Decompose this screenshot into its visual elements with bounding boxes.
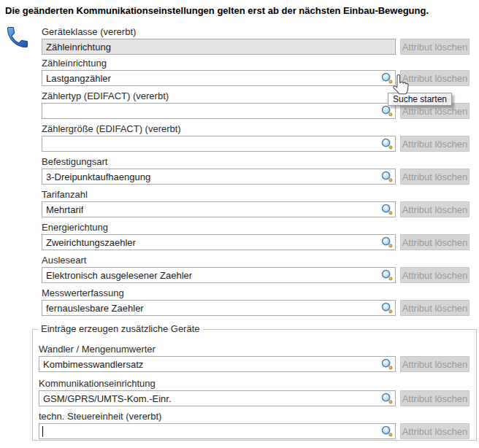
field-input[interactable]: fernauslesbare Zaehler: [42, 300, 396, 316]
search-icon[interactable]: [381, 358, 393, 370]
tooltip-suche-starten: Suche starten: [388, 93, 452, 106]
field-label: Ausleseart: [42, 255, 86, 266]
attribut-loeschen-button[interactable]: Attribut löschen: [400, 423, 470, 439]
search-icon[interactable]: [381, 105, 393, 117]
field-label: Tarifanzahl: [42, 189, 88, 200]
field-input[interactable]: [42, 103, 396, 119]
field-label: Zählertyp (EDIFACT) (vererbt): [42, 90, 169, 101]
field-value: 3-Dreipunktaufhaengung: [46, 171, 150, 182]
field-value: Zähleinrichtung: [46, 42, 111, 53]
search-icon[interactable]: [381, 302, 393, 314]
search-icon[interactable]: [381, 138, 393, 150]
field-label: Wandler / Mengenumwerter: [39, 344, 156, 355]
phone-icon: [4, 22, 31, 53]
notice-text: Die geänderten Kommunikationseinstellung…: [5, 5, 476, 16]
field-label: Befestigungsart: [42, 156, 107, 167]
field-label: Kommunikationseinrichtung: [39, 378, 156, 389]
field-value: fernauslesbare Zaehler: [46, 303, 144, 314]
field-label: Zähleinrichtung: [42, 58, 107, 69]
attribut-loeschen-button[interactable]: Attribut löschen: [400, 70, 470, 86]
search-icon[interactable]: [381, 72, 393, 84]
search-icon[interactable]: [381, 204, 393, 215]
field-label: Zählergröße (EDIFACT) (vererbt): [42, 123, 181, 134]
search-icon[interactable]: [381, 171, 393, 182]
field-input[interactable]: Lastgangzähler: [42, 70, 396, 86]
field-input[interactable]: [39, 423, 396, 439]
attribut-loeschen-button[interactable]: Attribut löschen: [400, 390, 470, 406]
search-icon[interactable]: [381, 269, 393, 281]
field-label: Messwerterfassung: [42, 287, 124, 298]
field-input[interactable]: [42, 136, 396, 152]
attribut-loeschen-button[interactable]: Attribut löschen: [400, 267, 470, 283]
communication-settings-form: Die geänderten Kommunikationseinstellung…: [0, 0, 479, 448]
attribut-loeschen-button[interactable]: Attribut löschen: [400, 39, 470, 55]
field-value: Mehrtarif: [46, 204, 83, 215]
search-icon[interactable]: [381, 425, 393, 437]
attribut-loeschen-button[interactable]: Attribut löschen: [400, 234, 470, 250]
field-input[interactable]: Zweirichtungszaehler: [42, 234, 396, 250]
search-icon[interactable]: [381, 393, 393, 404]
field-input[interactable]: 3-Dreipunktaufhaengung: [42, 169, 396, 185]
attribut-loeschen-button[interactable]: Attribut löschen: [400, 300, 470, 316]
field-value: Elektronisch ausgelesener Zaehler: [46, 270, 192, 281]
attribut-loeschen-button[interactable]: Attribut löschen: [400, 136, 470, 152]
field-value: Lastgangzähler: [46, 73, 111, 84]
field-input[interactable]: GSM/GPRS/UMTS-Kom.-Einr.: [39, 390, 396, 406]
field-value: Zweirichtungszaehler: [46, 237, 136, 248]
field-label: Energierichtung: [42, 222, 108, 233]
field-input[interactable]: Kombimesswandlersatz: [39, 356, 396, 372]
group-box-title: Einträge erzeugen zusätzliche Geräte: [38, 323, 203, 334]
field-label: Geräteklasse (vererbt): [42, 26, 136, 37]
attribut-loeschen-button[interactable]: Attribut löschen: [400, 169, 470, 185]
field-value: GSM/GPRS/UMTS-Kom.-Einr.: [43, 393, 172, 404]
field-value: Kombimesswandlersatz: [43, 359, 143, 370]
attribut-loeschen-button[interactable]: Attribut löschen: [400, 201, 470, 217]
field-input[interactable]: Zähleinrichtung: [42, 39, 396, 55]
field-input[interactable]: Mehrtarif: [42, 201, 396, 217]
search-icon[interactable]: [381, 236, 393, 248]
field-label: techn. Steuereinheit (vererbt): [39, 411, 161, 422]
attribut-loeschen-button[interactable]: Attribut löschen: [400, 356, 470, 372]
field-input[interactable]: Elektronisch ausgelesener Zaehler: [42, 267, 396, 283]
text-caret: [42, 426, 43, 437]
